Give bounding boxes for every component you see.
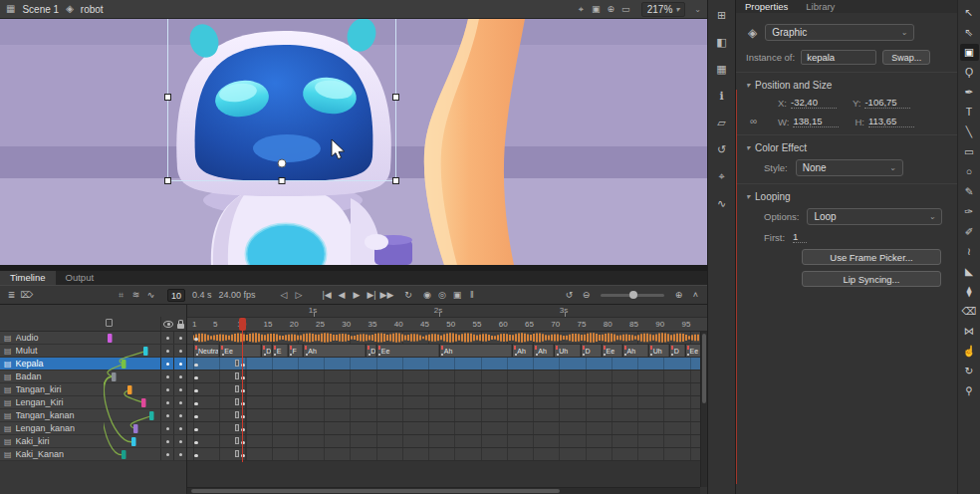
first-frame-value[interactable]: 1 bbox=[793, 231, 807, 243]
layer-visibility-lock-dots[interactable] bbox=[160, 448, 186, 460]
layer-visibility-lock-dots[interactable] bbox=[160, 345, 186, 357]
keyframe[interactable] bbox=[194, 376, 198, 380]
layer-row-Badan[interactable]: ▤Badan bbox=[0, 370, 186, 383]
modify-markers-icon[interactable]: ‖ bbox=[465, 286, 478, 304]
frames-panel[interactable]: 1s2s3s 151015202530354045505560657075808… bbox=[187, 305, 707, 494]
paint-bucket-tool[interactable]: ◣ bbox=[960, 263, 979, 280]
motion-editor-panel-icon[interactable]: ∿ bbox=[713, 195, 731, 211]
oval-tool[interactable]: ○ bbox=[960, 163, 979, 180]
layer-row-Kepala[interactable]: ▤Kepala bbox=[0, 358, 186, 370]
mouth-segment[interactable]: Ah bbox=[439, 345, 512, 357]
rotation-tool[interactable]: ↻ bbox=[960, 363, 979, 379]
mouth-segment[interactable]: D bbox=[669, 345, 684, 357]
playhead-handle[interactable] bbox=[239, 318, 246, 331]
section-looping[interactable]: ▾ Looping bbox=[746, 191, 947, 202]
next-frame-icon[interactable]: ▶| bbox=[366, 286, 378, 304]
bone-tool[interactable]: ≀ bbox=[960, 243, 979, 260]
layer-visibility-lock-dots[interactable] bbox=[160, 409, 186, 421]
frame-span-end[interactable] bbox=[235, 372, 239, 379]
timeline-horizontal-scrollbar[interactable] bbox=[187, 487, 700, 494]
step-back-icon[interactable]: ◁ bbox=[278, 286, 291, 304]
keyframe[interactable] bbox=[194, 428, 198, 432]
tab-timeline[interactable]: Timeline bbox=[0, 271, 56, 285]
pencil-tool[interactable]: ✎ bbox=[960, 183, 979, 200]
go-to-last-frame-icon[interactable]: ▶▶ bbox=[380, 286, 394, 304]
symbol-breadcrumb[interactable]: robot bbox=[81, 4, 104, 15]
delete-layer-icon[interactable]: ⌦ bbox=[20, 286, 33, 304]
mouth-segment[interactable]: D bbox=[581, 345, 601, 357]
step-forward-icon[interactable]: ▷ bbox=[293, 286, 306, 304]
frames-Audio[interactable] bbox=[187, 332, 707, 345]
mouth-segment[interactable]: Ee bbox=[219, 345, 260, 357]
symbol-type-dropdown[interactable]: Graphic ⌄ bbox=[765, 24, 914, 41]
history-panel-icon[interactable]: ↺ bbox=[713, 141, 731, 157]
camera-icon[interactable]: ⌗ bbox=[115, 286, 127, 304]
transform-panel-icon[interactable]: ▱ bbox=[713, 115, 731, 130]
section-position-size[interactable]: ▾ Position and Size bbox=[746, 80, 947, 91]
collapse-stagebar-icon[interactable]: ⌄ bbox=[694, 5, 701, 14]
play-icon[interactable]: ▶ bbox=[351, 286, 364, 304]
hand-tool[interactable]: ☝ bbox=[960, 343, 979, 360]
link-icon[interactable]: ∞ bbox=[750, 116, 757, 126]
camera-icon[interactable]: ⌖ bbox=[575, 0, 588, 18]
stage-canvas[interactable] bbox=[0, 19, 707, 265]
frames-Lengan_kanan[interactable] bbox=[187, 422, 707, 435]
layer-visibility-lock-dots[interactable] bbox=[160, 370, 186, 382]
mouth-segment[interactable]: Ah bbox=[303, 345, 365, 357]
frames-Badan[interactable] bbox=[187, 370, 707, 383]
layer-row-Lengan_Kiri[interactable]: ▤Lengan_Kiri bbox=[0, 396, 186, 409]
frames-Kaki_kiri[interactable] bbox=[187, 435, 707, 448]
subselection-tool[interactable]: ⇖ bbox=[960, 24, 979, 41]
frames-Tangan_kanan[interactable] bbox=[187, 409, 707, 422]
eraser-tool[interactable]: ⌫ bbox=[960, 303, 979, 320]
loop-playback-icon[interactable]: ↻ bbox=[401, 286, 414, 304]
frame-span-end[interactable] bbox=[235, 437, 239, 444]
info-panel-icon[interactable]: ℹ bbox=[713, 88, 731, 104]
pen-tool[interactable]: ✒ bbox=[960, 84, 979, 101]
layer-visibility-lock-dots[interactable] bbox=[160, 422, 186, 434]
layer-depth-icon[interactable]: ≋ bbox=[129, 286, 142, 304]
mouth-segment[interactable]: Ee bbox=[602, 345, 621, 357]
keyframe[interactable] bbox=[194, 389, 198, 393]
loop-options-dropdown[interactable]: Loop ⌄ bbox=[807, 208, 942, 225]
y-value[interactable]: -106,75 bbox=[864, 97, 910, 109]
layer-row-Kaki_Kanan[interactable]: ▤Kaki_Kanan bbox=[0, 448, 186, 461]
width-tool[interactable]: ⋈ bbox=[960, 323, 979, 340]
graph-view-icon[interactable]: ∿ bbox=[144, 286, 157, 304]
mouth-segment[interactable]: D bbox=[261, 345, 271, 357]
frames-Kaki_Kanan[interactable] bbox=[187, 448, 707, 461]
keyframe[interactable] bbox=[194, 338, 198, 342]
edit-symbols-icon[interactable]: ▣ bbox=[590, 0, 603, 18]
frame-span-end[interactable] bbox=[235, 411, 239, 418]
swap-button[interactable]: Swap... bbox=[882, 50, 930, 65]
keyframe[interactable] bbox=[194, 402, 198, 406]
layer-row-Audio[interactable]: ▤Audio bbox=[0, 332, 186, 345]
timeline-zoom-slider[interactable] bbox=[601, 294, 664, 297]
scene-breadcrumb[interactable]: Scene 1 bbox=[22, 4, 59, 15]
mouth-segment[interactable]: F bbox=[288, 345, 303, 357]
camera-panel-icon[interactable]: ⌖ bbox=[713, 168, 731, 184]
frames-Kepala[interactable] bbox=[187, 358, 707, 370]
show-hide-all-icon[interactable] bbox=[163, 321, 173, 328]
keyframe[interactable] bbox=[194, 441, 198, 445]
frames-Lengan_Kiri[interactable] bbox=[187, 396, 707, 409]
zoom-level-dropdown[interactable]: 217% ▾ bbox=[641, 2, 686, 17]
frames-Mulut[interactable]: NeutralEeDEFAhDEeAhAhAhUhDEeAhUhDEe bbox=[187, 345, 707, 358]
go-to-first-frame-icon[interactable]: |◀ bbox=[321, 286, 334, 304]
mouth-segment[interactable]: Ah bbox=[533, 345, 553, 357]
keyframe[interactable] bbox=[194, 415, 198, 419]
previous-frame-icon[interactable]: ◀ bbox=[336, 286, 349, 304]
onion-skin-outlines-icon[interactable]: ◎ bbox=[435, 286, 448, 304]
frame-span-end[interactable] bbox=[235, 385, 239, 392]
zoom-in-icon[interactable]: ⊕ bbox=[672, 286, 685, 304]
frame-span-end[interactable] bbox=[235, 398, 239, 405]
tab-output[interactable]: Output bbox=[56, 271, 105, 285]
zoom-tool[interactable]: ⚲ bbox=[960, 382, 979, 399]
layer-row-Kaki_kiri[interactable]: ▤Kaki_kiri bbox=[0, 435, 186, 448]
lip-syncing-button[interactable]: Lip Syncing... bbox=[802, 271, 941, 287]
line-tool[interactable]: ╲ bbox=[960, 124, 979, 140]
frames-Tangan_kiri[interactable] bbox=[187, 383, 707, 396]
current-frame-indicator[interactable]: 10 bbox=[167, 289, 185, 302]
lasso-tool[interactable]: Ϙ bbox=[960, 64, 979, 81]
center-frame-icon[interactable]: ⊕ bbox=[605, 0, 617, 18]
